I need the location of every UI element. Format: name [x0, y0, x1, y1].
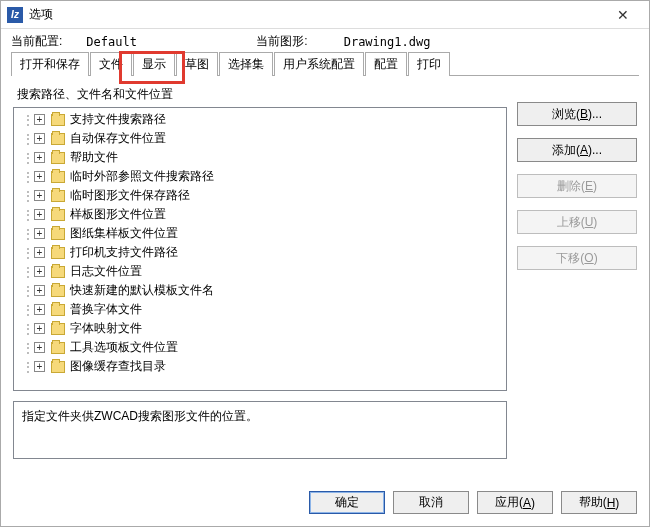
tree-item[interactable]: ⋮+临时图形文件保存路径	[14, 186, 506, 205]
add-button[interactable]: 添加(A)...	[517, 138, 637, 162]
expand-icon[interactable]: +	[34, 304, 45, 315]
expand-icon[interactable]: +	[34, 285, 45, 296]
current-drawing-label: 当前图形:	[256, 33, 307, 50]
browse-suffix: )...	[588, 107, 602, 121]
apply-suffix: )	[531, 496, 535, 510]
browse-button[interactable]: 浏览(B)...	[517, 102, 637, 126]
close-icon[interactable]: ✕	[603, 1, 643, 29]
expand-icon[interactable]: +	[34, 171, 45, 182]
expand-icon[interactable]: +	[34, 266, 45, 277]
expand-icon[interactable]: +	[34, 209, 45, 220]
tree-item[interactable]: ⋮+快速新建的默认模板文件名	[14, 281, 506, 300]
cancel-label: 取消	[419, 494, 443, 511]
folder-icon	[51, 247, 65, 259]
cancel-button[interactable]: 取消	[393, 491, 469, 514]
help-suffix: )	[615, 496, 619, 510]
tab-profiles[interactable]: 配置	[365, 52, 407, 76]
folder-icon	[51, 133, 65, 145]
tree-branch-icon: ⋮	[22, 151, 34, 165]
expand-icon[interactable]: +	[34, 152, 45, 163]
left-column: 搜索路径、文件名和文件位置 ⋮+支持文件搜索路径⋮+自动保存文件位置⋮+帮助文件…	[13, 84, 507, 475]
tree-branch-icon: ⋮	[22, 284, 34, 298]
tab-file[interactable]: 文件	[90, 52, 132, 76]
delete-hotkey: E	[585, 179, 593, 193]
folder-icon	[51, 190, 65, 202]
tree-item[interactable]: ⋮+图像缓存查找目录	[14, 357, 506, 376]
tree-item[interactable]: ⋮+打印机支持文件路径	[14, 243, 506, 262]
browse-label: 浏览(	[552, 106, 580, 123]
tree-branch-icon: ⋮	[22, 132, 34, 146]
apply-button[interactable]: 应用(A)	[477, 491, 553, 514]
tab-open-save[interactable]: 打开和保存	[11, 52, 89, 76]
expand-icon[interactable]: +	[34, 133, 45, 144]
expand-icon[interactable]: +	[34, 342, 45, 353]
folder-icon	[51, 342, 65, 354]
tree-branch-icon: ⋮	[22, 341, 34, 355]
current-profile-value: Default	[86, 35, 256, 49]
expand-icon[interactable]: +	[34, 114, 45, 125]
expand-icon[interactable]: +	[34, 228, 45, 239]
folder-icon	[51, 171, 65, 183]
movedown-hotkey: O	[584, 251, 593, 265]
help-hotkey: H	[607, 496, 616, 510]
titlebar: Iz 选项 ✕	[1, 1, 649, 29]
folder-icon	[51, 285, 65, 297]
folder-icon	[51, 209, 65, 221]
content-area: 搜索路径、文件名和文件位置 ⋮+支持文件搜索路径⋮+自动保存文件位置⋮+帮助文件…	[1, 76, 649, 481]
tree-item[interactable]: ⋮+自动保存文件位置	[14, 129, 506, 148]
tab-draft[interactable]: 草图	[176, 52, 218, 76]
tab-print[interactable]: 打印	[408, 52, 450, 76]
add-suffix: )...	[588, 143, 602, 157]
tree-item[interactable]: ⋮+帮助文件	[14, 148, 506, 167]
tree-item[interactable]: ⋮+字体映射文件	[14, 319, 506, 338]
tree-item-label: 临时图形文件保存路径	[70, 187, 190, 204]
expand-icon[interactable]: +	[34, 323, 45, 334]
footer-buttons: 确定 取消 应用(A) 帮助(H)	[1, 481, 649, 526]
window-title: 选项	[29, 6, 53, 23]
moveup-suffix: )	[593, 215, 597, 229]
folder-icon	[51, 361, 65, 373]
tab-selection[interactable]: 选择集	[219, 52, 273, 76]
tree-item[interactable]: ⋮+工具选项板文件位置	[14, 338, 506, 357]
folder-icon	[51, 114, 65, 126]
tab-display[interactable]: 显示	[133, 52, 175, 76]
ok-button[interactable]: 确定	[309, 491, 385, 514]
tree-item[interactable]: ⋮+支持文件搜索路径	[14, 110, 506, 129]
current-profile-label: 当前配置:	[11, 33, 62, 50]
tree-item-label: 图纸集样板文件位置	[70, 225, 178, 242]
tree-branch-icon: ⋮	[22, 360, 34, 374]
tree-item[interactable]: ⋮+普换字体文件	[14, 300, 506, 319]
tree-item-label: 图像缓存查找目录	[70, 358, 166, 375]
tree-item[interactable]: ⋮+样板图形文件位置	[14, 205, 506, 224]
apply-hotkey: A	[523, 496, 531, 510]
folder-icon	[51, 228, 65, 240]
expand-icon[interactable]: +	[34, 190, 45, 201]
expand-icon[interactable]: +	[34, 247, 45, 258]
tree-item-label: 快速新建的默认模板文件名	[70, 282, 214, 299]
tree-item-label: 样板图形文件位置	[70, 206, 166, 223]
tab-user-system[interactable]: 用户系统配置	[274, 52, 364, 76]
tree-branch-icon: ⋮	[22, 246, 34, 260]
tree-item-label: 帮助文件	[70, 149, 118, 166]
help-button[interactable]: 帮助(H)	[561, 491, 637, 514]
tab-bar: 打开和保存 文件 显示 草图 选择集 用户系统配置 配置 打印	[1, 52, 649, 76]
folder-icon	[51, 152, 65, 164]
tree-item[interactable]: ⋮+日志文件位置	[14, 262, 506, 281]
folder-icon	[51, 304, 65, 316]
tree-item[interactable]: ⋮+图纸集样板文件位置	[14, 224, 506, 243]
tree-panel[interactable]: ⋮+支持文件搜索路径⋮+自动保存文件位置⋮+帮助文件⋮+临时外部参照文件搜索路径…	[13, 107, 507, 391]
tree-item-label: 临时外部参照文件搜索路径	[70, 168, 214, 185]
tree-branch-icon: ⋮	[22, 265, 34, 279]
description-panel: 指定文件夹供ZWCAD搜索图形文件的位置。	[13, 401, 507, 459]
movedown-suffix: )	[594, 251, 598, 265]
right-column: 浏览(B)... 添加(A)... 删除(E) 上移(U) 下移(O)	[517, 84, 637, 475]
expand-icon[interactable]: +	[34, 361, 45, 372]
tree-branch-icon: ⋮	[22, 170, 34, 184]
moveup-label: 上移(	[557, 214, 585, 231]
apply-label: 应用(	[495, 494, 523, 511]
tree-branch-icon: ⋮	[22, 227, 34, 241]
moveup-hotkey: U	[585, 215, 594, 229]
delete-suffix: )	[593, 179, 597, 193]
tree-branch-icon: ⋮	[22, 303, 34, 317]
tree-item[interactable]: ⋮+临时外部参照文件搜索路径	[14, 167, 506, 186]
